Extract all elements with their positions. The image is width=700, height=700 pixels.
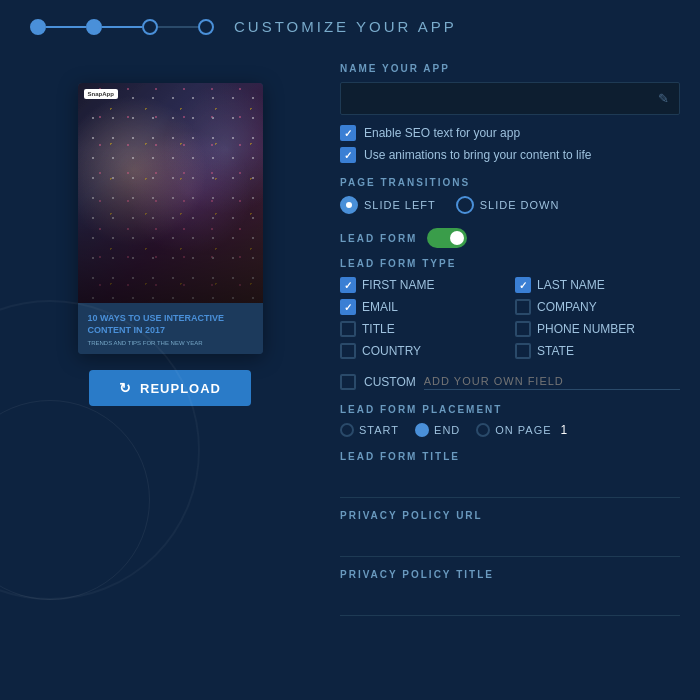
company-field-item: COMPANY (515, 299, 680, 315)
seo-label: Enable SEO text for your app (364, 126, 520, 140)
seo-checkbox-row: ✓ Enable SEO text for your app (340, 125, 680, 141)
title-field-item: TITLE (340, 321, 505, 337)
start-radio[interactable] (340, 423, 354, 437)
first-name-checkbox[interactable]: ✓ (340, 277, 356, 293)
email-field-item: ✓ EMAIL (340, 299, 505, 315)
placement-label: LEAD FORM PLACEMENT (340, 404, 680, 415)
custom-checkbox[interactable] (340, 374, 356, 390)
reupload-icon: ↻ (119, 380, 132, 396)
state-checkbox[interactable] (515, 343, 531, 359)
phone-checkbox[interactable] (515, 321, 531, 337)
seo-checkbox[interactable]: ✓ (340, 125, 356, 141)
last-name-checkbox[interactable]: ✓ (515, 277, 531, 293)
left-panel: SnapApp 10 WAYS TO USE INTERACTIVE CONTE… (0, 53, 340, 697)
slide-left-option[interactable]: SLIDE LEFT (340, 196, 436, 214)
page-transitions-options: SLIDE LEFT SLIDE DOWN (340, 196, 680, 214)
email-checkbox[interactable]: ✓ (340, 299, 356, 315)
country-label: COUNTRY (362, 344, 421, 358)
snap-logo: SnapApp (84, 89, 118, 99)
privacy-title-label: PRIVACY POLICY TITLE (340, 569, 680, 580)
reupload-label: REUPLOAD (140, 381, 221, 396)
step-3[interactable] (142, 19, 158, 35)
slide-down-radio[interactable] (456, 196, 474, 214)
lead-form-type-label: LEAD FORM TYPE (340, 258, 680, 269)
last-name-field-item: ✓ LAST NAME (515, 277, 680, 293)
privacy-title-input[interactable] (340, 588, 680, 616)
title-checkbox[interactable] (340, 321, 356, 337)
on-page-radio[interactable] (476, 423, 490, 437)
start-label: START (359, 424, 399, 436)
app-name-field[interactable]: 10 Ways to Use Interactive Marketing ✎ (340, 82, 680, 115)
preview-image: SnapApp (78, 83, 263, 303)
first-name-label: FIRST NAME (362, 278, 434, 292)
step-2[interactable] (86, 19, 102, 35)
reupload-button[interactable]: ↻ REUPLOAD (89, 370, 251, 406)
lead-form-header: LEAD FORM (340, 228, 680, 248)
privacy-url-input[interactable] (340, 529, 680, 557)
animations-label: Use animations to bring your content to … (364, 148, 591, 162)
lead-form-toggle[interactable] (427, 228, 467, 248)
name-your-app-label: NAME YOUR APP (340, 63, 680, 74)
seo-check-icon: ✓ (344, 128, 352, 139)
state-label: STATE (537, 344, 574, 358)
main-layout: SnapApp 10 WAYS TO USE INTERACTIVE CONTE… (0, 53, 700, 697)
email-label: EMAIL (362, 300, 398, 314)
name-your-app-section: NAME YOUR APP 10 Ways to Use Interactive… (340, 63, 680, 163)
animations-check-icon: ✓ (344, 150, 352, 161)
on-page-placement[interactable]: ON PAGE 1 (476, 423, 567, 437)
animations-checkbox-row: ✓ Use animations to bring your content t… (340, 147, 680, 163)
company-label: COMPANY (537, 300, 597, 314)
edit-icon: ✎ (658, 91, 669, 106)
custom-input[interactable] (424, 373, 680, 390)
step-4[interactable] (198, 19, 214, 35)
page-transitions-section: PAGE TRANSITIONS SLIDE LEFT SLIDE DOWN (340, 177, 680, 214)
preview-title-line2: CONTENT IN 2017 (88, 325, 166, 335)
slide-left-radio[interactable] (340, 196, 358, 214)
end-label: END (434, 424, 460, 436)
first-name-check-icon: ✓ (344, 280, 352, 291)
stepper-title: CUSTOMIZE YOUR APP (234, 18, 457, 35)
step-line-2 (102, 26, 142, 28)
slide-down-label: SLIDE DOWN (480, 199, 560, 211)
lf-title-label: LEAD FORM TITLE (340, 451, 680, 462)
phone-field-item: PHONE NUMBER (515, 321, 680, 337)
last-name-check-icon: ✓ (519, 280, 527, 291)
page-transitions-label: PAGE TRANSITIONS (340, 177, 680, 188)
placement-options: START END ON PAGE 1 (340, 423, 680, 437)
preview-footer: 10 WAYS TO USE INTERACTIVE CONTENT IN 20… (78, 303, 263, 354)
lead-form-section: LEAD FORM LEAD FORM TYPE ✓ FIRST NAME ✓ … (340, 228, 680, 628)
email-check-icon: ✓ (344, 302, 352, 313)
crowd-silhouettes (78, 149, 263, 303)
preview-title-highlight: 10 WAYS (88, 313, 126, 323)
first-name-field-item: ✓ FIRST NAME (340, 277, 505, 293)
last-name-label: LAST NAME (537, 278, 605, 292)
company-checkbox[interactable] (515, 299, 531, 315)
preview-title-plain: TO USE INTERACTIVE (128, 313, 224, 323)
right-panel: NAME YOUR APP 10 Ways to Use Interactive… (340, 53, 700, 697)
end-placement[interactable]: END (415, 423, 460, 437)
country-field-item: COUNTRY (340, 343, 505, 359)
animations-checkbox[interactable]: ✓ (340, 147, 356, 163)
preview-card-title: 10 WAYS TO USE INTERACTIVE CONTENT IN 20… (88, 313, 253, 336)
preview-subtitle: TRENDS AND TIPS FOR THE NEW YEAR (88, 340, 253, 346)
phone-label: PHONE NUMBER (537, 322, 635, 336)
start-placement[interactable]: START (340, 423, 399, 437)
step-line-1 (46, 26, 86, 28)
lf-title-input[interactable] (340, 470, 680, 498)
slide-down-option[interactable]: SLIDE DOWN (456, 196, 560, 214)
stepper: CUSTOMIZE YOUR APP (0, 0, 700, 53)
title-label: TITLE (362, 322, 395, 336)
slide-left-label: SLIDE LEFT (364, 199, 436, 211)
country-checkbox[interactable] (340, 343, 356, 359)
app-name-input[interactable]: 10 Ways to Use Interactive Marketing (351, 91, 658, 106)
preview-card: SnapApp 10 WAYS TO USE INTERACTIVE CONTE… (78, 83, 263, 354)
step-1[interactable] (30, 19, 46, 35)
lead-form-label: LEAD FORM (340, 233, 417, 244)
state-field-item: STATE (515, 343, 680, 359)
on-page-label: ON PAGE (495, 424, 551, 436)
step-line-3 (158, 26, 198, 28)
end-radio[interactable] (415, 423, 429, 437)
lead-form-fields-grid: ✓ FIRST NAME ✓ LAST NAME ✓ EMAIL (340, 277, 680, 359)
custom-label: CUSTOM (364, 375, 416, 389)
privacy-url-label: PRIVACY POLICY URL (340, 510, 680, 521)
